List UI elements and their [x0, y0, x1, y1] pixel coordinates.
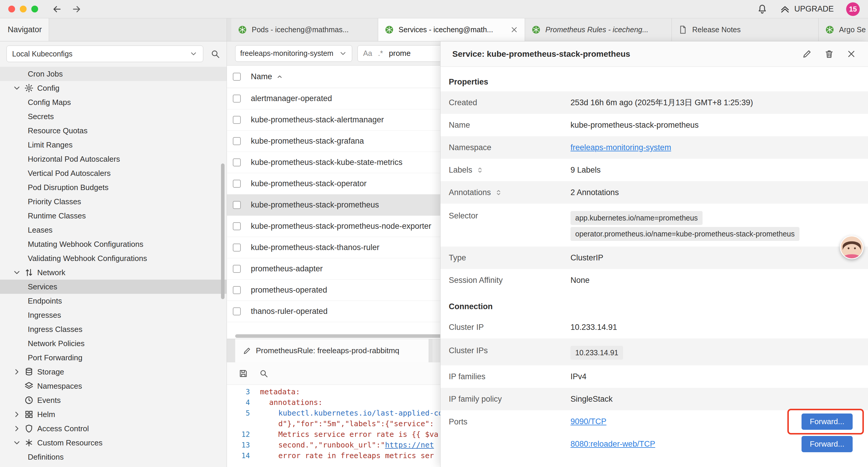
port-link[interactable]: 9090/TCP: [570, 417, 607, 426]
select-all-checkbox[interactable]: [233, 73, 241, 81]
tab-prometheus-rules-icecheng[interactable]: Prometheus Rules - icecheng...: [525, 18, 672, 41]
sidebar-item-vertical-pod-autoscalers[interactable]: Vertical Pod Autoscalers: [0, 166, 226, 180]
name-column-header[interactable]: Name: [251, 72, 272, 81]
forward-button[interactable]: Forward...: [802, 436, 852, 452]
sidebar-item-services[interactable]: Services: [0, 280, 226, 294]
close-window-button[interactable]: [8, 6, 15, 12]
gear-icon: [24, 83, 34, 93]
sidebar-item-config[interactable]: Config: [0, 81, 226, 95]
sidebar-item-access-control[interactable]: Access Control: [0, 421, 226, 436]
sidebar-item-leases[interactable]: Leases: [0, 223, 226, 237]
sidebar-item-port-forwarding[interactable]: Port Forwarding: [0, 351, 226, 365]
sidebar-item-storage[interactable]: Storage: [0, 365, 226, 379]
expand-toggle-icon[interactable]: [476, 166, 484, 174]
sort-ascending-icon[interactable]: [276, 73, 284, 81]
details-panel: Service: kube-prometheus-stack-prometheu…: [440, 41, 868, 467]
notification-count-badge[interactable]: 15: [846, 2, 860, 16]
row-checkbox[interactable]: [233, 137, 241, 145]
detail-value: freeleaps-monitoring-system: [570, 143, 868, 152]
sidebar-item-events[interactable]: Events: [0, 393, 226, 407]
sidebar-item-helm[interactable]: Helm: [0, 407, 226, 421]
back-button[interactable]: [52, 4, 62, 14]
code-segment: d"},"for":"5m","labels":{"service":: [278, 419, 434, 428]
forward-button[interactable]: Forward...: [802, 413, 852, 430]
notifications-bell-icon[interactable]: [757, 4, 768, 14]
sidebar-item-limit-ranges[interactable]: Limit Ranges: [0, 138, 226, 152]
detail-value: ClusterIP: [570, 253, 868, 262]
sidebar-item-network[interactable]: Network: [0, 265, 226, 280]
navigator-tab[interactable]: Navigator: [0, 18, 49, 41]
line-content: d"},"for":"5m","labels":{"service":: [250, 418, 434, 429]
forward-button-wrap: Forward...: [802, 413, 852, 430]
row-checkbox[interactable]: [233, 222, 241, 230]
sidebar-item-label: Network: [37, 268, 65, 277]
namespace-select[interactable]: freeleaps-monitoring-system: [235, 45, 352, 62]
sidebar-item-namespaces[interactable]: Namespaces: [0, 379, 226, 393]
sidebar-item-network-policies[interactable]: Network Policies: [0, 337, 226, 351]
sidebar-item-mutating-webhook-configurations[interactable]: Mutating Webhook Configurations: [0, 237, 226, 251]
sidebar-item-validating-webhook-configurations[interactable]: Validating Webhook Configurations: [0, 251, 226, 265]
sidebar-item-resource-quotas[interactable]: Resource Quotas: [0, 123, 226, 138]
row-checkbox[interactable]: [233, 180, 241, 188]
namespace-select-value: freeleaps-monitoring-system: [240, 49, 333, 58]
sidebar-item-cron-jobs[interactable]: Cron Jobs: [0, 67, 226, 81]
tab-argo-se[interactable]: Argo Se: [819, 18, 868, 41]
chevron-down-icon: [12, 84, 21, 92]
row-checkbox[interactable]: [233, 243, 241, 252]
tab-pods-icecheng-mathmas[interactable]: Pods - icecheng@mathmas...: [231, 18, 378, 41]
detail-row-namespace: Namespacefreeleaps-monitoring-system: [440, 136, 868, 159]
detail-value-text: kube-prometheus-stack-prometheus: [570, 121, 699, 129]
editor-search-icon[interactable]: [259, 369, 268, 378]
sidebar-item-priority-classes[interactable]: Priority Classes: [0, 195, 226, 209]
tab-services-icecheng-math[interactable]: Services - icecheng@math...: [378, 18, 525, 41]
tab-close-icon[interactable]: [510, 26, 518, 34]
row-checkbox[interactable]: [233, 95, 241, 103]
namespace-link[interactable]: freeleaps-monitoring-system: [570, 143, 671, 152]
dock-tab-prometheusrule[interactable]: PrometheusRule: freeleaps-prod-rabbitmq: [235, 339, 429, 362]
sidebar-item-config-maps[interactable]: Config Maps: [0, 95, 226, 109]
forward-button[interactable]: [71, 4, 82, 14]
sidebar-item-horizontal-pod-autoscalers[interactable]: Horizontal Pod Autoscalers: [0, 152, 226, 166]
delete-button[interactable]: [824, 49, 834, 59]
sidebar-scrollbar[interactable]: [221, 164, 224, 299]
row-checkbox[interactable]: [233, 265, 241, 273]
sidebar-item-ingresses[interactable]: Ingresses: [0, 308, 226, 322]
minimize-window-button[interactable]: [20, 6, 27, 12]
detail-row-cluster-ips: Cluster IPs10.233.14.91: [440, 339, 868, 365]
zoom-window-button[interactable]: [31, 6, 38, 12]
sidebar-item-custom-resources[interactable]: Custom Resources: [0, 436, 226, 450]
sidebar-item-endpoints[interactable]: Endpoints: [0, 294, 226, 308]
row-checkbox[interactable]: [233, 116, 241, 124]
row-checkbox[interactable]: [233, 286, 241, 294]
expand-toggle-icon[interactable]: [495, 188, 502, 197]
upgrade-button[interactable]: UPGRADE: [780, 4, 834, 14]
sidebar-item-label: Services: [28, 282, 57, 291]
match-case-toggle[interactable]: Aa: [363, 49, 372, 58]
row-checkbox[interactable]: [233, 201, 241, 209]
detail-value: IPv4: [570, 372, 868, 381]
sidebar-item-label: Resource Quotas: [28, 126, 88, 135]
search-icon[interactable]: [210, 49, 220, 59]
sidebar-item-secrets[interactable]: Secrets: [0, 109, 226, 123]
sidebar-item-definitions[interactable]: Definitions: [0, 450, 226, 464]
close-details-button[interactable]: [846, 49, 856, 59]
row-checkbox[interactable]: [233, 308, 241, 315]
edit-button[interactable]: [802, 49, 812, 59]
line-number: 12: [227, 429, 250, 440]
regex-toggle[interactable]: .*: [378, 49, 383, 58]
service-name: kube-prometheus-stack-grafana: [251, 137, 364, 146]
sidebar-item-pod-disruption-budgets[interactable]: Pod Disruption Budgets: [0, 180, 226, 195]
section-heading-properties: Properties: [440, 67, 868, 91]
user-avatar[interactable]: [840, 236, 864, 259]
port-link[interactable]: 8080:reloader-web/TCP: [570, 439, 655, 449]
sidebar-item-ingress-classes[interactable]: Ingress Classes: [0, 322, 226, 337]
row-checkbox[interactable]: [233, 158, 241, 167]
kubeconfig-select[interactable]: Local Kubeconfigs: [6, 46, 203, 62]
save-icon[interactable]: [239, 369, 248, 378]
tab-release-notes[interactable]: Release Notes: [672, 18, 819, 41]
sidebar-item-runtime-classes[interactable]: Runtime Classes: [0, 209, 226, 223]
detail-label-text: IP family policy: [449, 395, 502, 404]
detail-label-text: Session Affinity: [449, 276, 503, 285]
sidebar-item-label: Priority Classes: [28, 197, 81, 206]
detail-label-text: Type: [449, 253, 466, 262]
